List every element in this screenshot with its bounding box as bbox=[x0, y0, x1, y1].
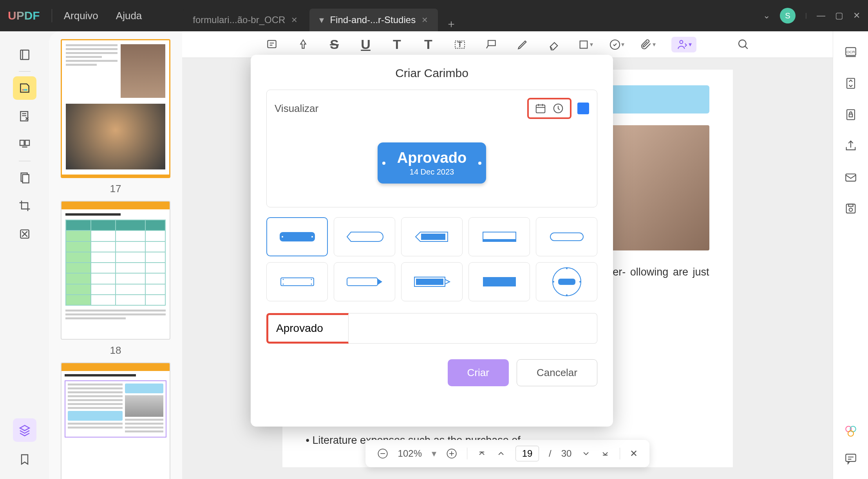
svg-rect-33 bbox=[280, 232, 315, 241]
reader-tool[interactable] bbox=[13, 43, 36, 67]
signature-icon[interactable]: ▾ bbox=[671, 37, 696, 52]
svg-point-15 bbox=[739, 40, 746, 47]
close-bar-button[interactable]: ✕ bbox=[630, 448, 638, 459]
stamp-shape-10[interactable] bbox=[536, 262, 597, 301]
tab-label: formulari...ão-br_OCR bbox=[193, 14, 285, 25]
stamp-shape-3[interactable] bbox=[401, 217, 463, 256]
svg-point-44 bbox=[311, 284, 312, 285]
svg-rect-30 bbox=[846, 454, 856, 461]
shape-icon[interactable]: ▾ bbox=[577, 37, 593, 52]
stamp-shape-grid bbox=[266, 217, 597, 301]
close-icon[interactable]: ✕ bbox=[421, 15, 428, 25]
stamp-color-swatch[interactable] bbox=[577, 103, 589, 114]
stamp-text-input[interactable] bbox=[266, 313, 349, 344]
squiggly-icon[interactable]: T bbox=[389, 37, 405, 52]
stamp-shape-7[interactable] bbox=[334, 262, 395, 301]
avatar[interactable]: S bbox=[780, 8, 796, 23]
svg-rect-49 bbox=[483, 283, 516, 286]
thumbnail-18[interactable]: 18 bbox=[61, 201, 170, 357]
save-icon[interactable] bbox=[842, 200, 859, 217]
ai-icon[interactable] bbox=[842, 422, 859, 440]
stamp-shape-4[interactable] bbox=[468, 217, 530, 256]
svg-rect-48 bbox=[483, 277, 516, 283]
zoom-dropdown-icon[interactable]: ▾ bbox=[432, 448, 436, 459]
organize-tool[interactable] bbox=[13, 133, 36, 156]
chevron-down-icon[interactable]: ⌄ bbox=[763, 11, 770, 21]
layers-icon[interactable] bbox=[13, 418, 36, 442]
bookmark-icon[interactable] bbox=[13, 448, 36, 471]
create-button[interactable]: Criar bbox=[448, 359, 509, 386]
crop-tool[interactable] bbox=[13, 194, 36, 218]
note-icon[interactable] bbox=[264, 37, 280, 52]
svg-point-55 bbox=[579, 281, 581, 283]
minimize-button[interactable]: — bbox=[817, 11, 825, 21]
comment-tool[interactable] bbox=[13, 76, 36, 100]
annotation-toolbar: S U T T T ▾ ▾ ▾ ▾ bbox=[182, 31, 833, 58]
svg-rect-11 bbox=[488, 40, 495, 45]
close-button[interactable]: ✕ bbox=[853, 11, 860, 21]
tab-formulario[interactable]: formulari...ão-br_OCR ✕ bbox=[183, 9, 307, 31]
svg-rect-3 bbox=[20, 140, 24, 145]
comment-panel-icon[interactable] bbox=[842, 450, 859, 467]
thumbnail-19[interactable] bbox=[61, 362, 170, 479]
edit-tool[interactable] bbox=[13, 104, 36, 128]
page-tool[interactable] bbox=[13, 166, 36, 189]
cancel-button[interactable]: Cancelar bbox=[517, 359, 597, 386]
first-page-button[interactable] bbox=[477, 449, 486, 458]
stamp-shape-8[interactable] bbox=[401, 262, 463, 301]
svg-rect-0 bbox=[20, 50, 29, 59]
svg-rect-51 bbox=[558, 279, 575, 285]
stamp-shape-2[interactable] bbox=[334, 217, 395, 256]
stamp-shape-5[interactable] bbox=[536, 217, 597, 256]
new-tab-button[interactable]: ＋ bbox=[446, 16, 457, 31]
menu-file[interactable]: Arquivo bbox=[64, 10, 98, 22]
svg-rect-26 bbox=[848, 204, 853, 206]
pencil-icon[interactable] bbox=[515, 37, 530, 52]
close-icon[interactable]: ✕ bbox=[291, 15, 298, 25]
eraser-icon[interactable] bbox=[546, 37, 562, 52]
stamp-shape-6[interactable] bbox=[266, 262, 328, 301]
svg-rect-45 bbox=[347, 278, 378, 286]
stamp-text-input-extend[interactable] bbox=[349, 313, 597, 344]
share-icon[interactable] bbox=[842, 137, 859, 155]
callout-icon[interactable] bbox=[483, 37, 499, 52]
email-icon[interactable] bbox=[842, 168, 859, 186]
stamp-shape-9[interactable] bbox=[468, 262, 530, 301]
svg-rect-31 bbox=[536, 105, 545, 113]
app-logo: UPDF bbox=[8, 9, 52, 22]
svg-rect-40 bbox=[281, 278, 314, 286]
last-page-button[interactable] bbox=[600, 449, 610, 458]
clock-icon[interactable] bbox=[552, 103, 564, 114]
thumbnail-panel: 17 18 bbox=[49, 31, 182, 479]
page-number-input[interactable] bbox=[515, 446, 539, 461]
svg-point-14 bbox=[680, 40, 683, 43]
tab-find-studies[interactable]: ▾ Find-and-...r-Studies ✕ bbox=[309, 9, 438, 31]
search-icon[interactable] bbox=[736, 37, 751, 52]
calendar-icon[interactable] bbox=[535, 103, 546, 114]
date-time-toggle[interactable] bbox=[527, 98, 571, 119]
next-page-button[interactable] bbox=[581, 449, 591, 458]
prev-page-button[interactable] bbox=[496, 449, 506, 458]
maximize-button[interactable]: ▢ bbox=[835, 11, 843, 21]
redact-tool[interactable] bbox=[13, 222, 36, 246]
convert-icon[interactable] bbox=[842, 74, 859, 92]
protect-icon[interactable] bbox=[842, 106, 859, 123]
attach-icon[interactable]: ▾ bbox=[640, 37, 656, 52]
ocr-icon[interactable]: OCR bbox=[842, 43, 859, 61]
svg-rect-36 bbox=[421, 234, 445, 240]
tab-dropdown-icon[interactable]: ▾ bbox=[319, 14, 324, 25]
thumbnail-17[interactable]: 17 bbox=[61, 39, 170, 195]
strikethrough-icon[interactable]: S bbox=[327, 37, 342, 52]
svg-rect-21 bbox=[847, 110, 855, 120]
stamp-icon[interactable]: ▾ bbox=[609, 37, 624, 52]
svg-rect-1 bbox=[22, 89, 27, 91]
svg-point-54 bbox=[553, 281, 554, 283]
highlight-icon[interactable] bbox=[295, 37, 311, 52]
stamp-shape-1[interactable] bbox=[266, 217, 328, 256]
zoom-in-button[interactable] bbox=[446, 448, 457, 459]
menu-help[interactable]: Ajuda bbox=[116, 10, 142, 22]
zoom-out-button[interactable] bbox=[377, 448, 388, 459]
text-icon[interactable]: T bbox=[421, 37, 436, 52]
textbox-icon[interactable]: T bbox=[452, 37, 468, 52]
underline-icon[interactable]: U bbox=[358, 37, 374, 52]
